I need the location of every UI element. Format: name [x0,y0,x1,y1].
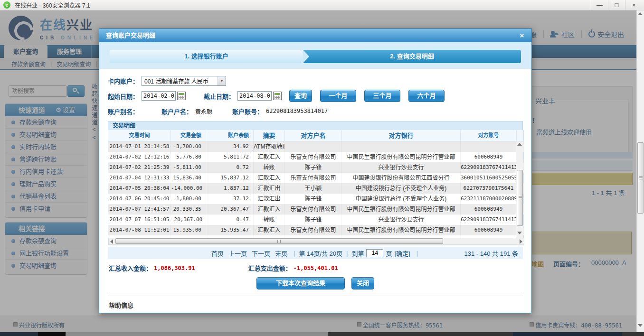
help-section-title: 帮助信息 [109,300,522,309]
cell: 600608949 [461,204,517,215]
cell: -14,000.00 [171,183,206,194]
page-link-下一页[interactable]: 下一页 [252,250,270,257]
window-scrollbar[interactable] [636,10,644,336]
table-row: 2014-07-07 12:41:5720,330.3520,367.47汇款汇… [108,204,524,215]
scroll-up-icon[interactable] [517,143,522,146]
table-hscrollbar-thumb[interactable] [115,238,443,244]
cell: 36001051160052505580 [461,173,517,183]
column-header-对方户名: 对方户名 [285,130,342,141]
calendar-icon[interactable] [273,92,282,100]
table-scrollbar-thumb[interactable] [517,170,523,226]
cell: 1,837.12 [206,183,254,194]
scroll-down-icon[interactable] [517,232,522,234]
cell: 600608949 [461,152,517,162]
cell: -5,811.00 [171,162,206,173]
range-button-六个月[interactable]: 六个月 [408,90,445,102]
cell: 汇款汇入 [254,225,285,235]
dialog-close-icon[interactable]: × [517,29,527,42]
page-link-首页[interactable]: 首页 [211,250,224,257]
cell: 2014-07-04 12:31:33 [108,173,171,183]
account-name-label: 账户户名： [161,107,192,116]
cell [461,141,517,152]
step-select-account[interactable]: 1. 选择银行账户 [110,50,303,63]
table-header-row: 交易时间交易金额账户余额摘要对方户名对方银行对方账号 [108,130,523,141]
scroll-right-icon[interactable] [520,239,522,244]
browser-icon: e [3,1,10,9]
cell: 转账 [254,215,285,225]
table-row: 2014-07-02 21:25:39-5,811.000.72转账陈子锋兴业银… [108,162,524,173]
cell: -20,367.00 [171,215,206,225]
cell: -1,800.00 [171,194,206,204]
card-account-select[interactable]: 001 活期储蓄存款 人民币 ▼ [142,76,226,86]
maximize-button[interactable]: □ [608,0,625,10]
column-header-交易时间: 交易时间 [108,130,171,141]
step-query-detail[interactable]: 2. 查询交易明细 [303,50,521,63]
range-button-三个月[interactable]: 三个月 [364,90,400,102]
column-header-摘要: 摘要 [254,130,285,141]
account-alias-label: 账户别名： [108,107,139,116]
table-body: 2014-07-01 20:14:58-3,700.0034.92ATM存取转账… [108,141,524,238]
cell [342,141,461,152]
cell: 兴业银行沙县支行 [342,215,461,225]
close-dialog-button[interactable]: 关闭 [351,277,374,289]
table-row: 2014-07-05 20:38:04-14,000.001,837.12汇款汇… [108,183,524,194]
cell: 乐富支付有限公司 [285,204,342,215]
goto-confirm-link[interactable]: [确定] [395,249,410,258]
end-date-input[interactable] [237,91,272,101]
cell: 2014-07-05 20:38:04 [108,183,171,194]
taskbar-sliver [0,332,644,336]
scroll-down-icon[interactable] [638,324,643,327]
transaction-detail-dialog: 查询账户交易明细 × 1. 选择银行账户 2. 查询交易明细 卡内账户： 001… [99,28,532,313]
cell: 陈子锋 [285,162,342,173]
cell: 2014-07-06 20:45:40 [108,194,171,204]
page-link-末页[interactable]: 末页 [275,250,287,257]
cell: 15,836.40 [171,173,206,183]
range-button-一个月[interactable]: 一个月 [320,90,356,102]
scroll-up-icon[interactable] [638,12,643,15]
table-row: 2014-07-02 12:12:165,776.805,811.72汇款汇入乐… [108,152,524,162]
total-expense-value: -1,055,401.01 [294,265,338,271]
scroll-left-icon[interactable] [110,239,113,244]
cell: 乐富支付有限公司 [285,173,342,183]
table-row: 2014-07-01 20:14:58-3,700.0034.92ATM存取转账 [108,141,524,152]
cell: 兴业银行沙县支行 [342,162,461,173]
calendar-icon[interactable] [177,92,186,100]
cell: 15,935.47 [206,225,254,235]
close-window-button[interactable]: × [625,0,642,10]
cell: 陈子锋 [285,194,342,204]
table-vertical-scrollbar[interactable] [516,141,523,238]
cell: 0.47 [206,215,254,225]
window-scrollbar-thumb[interactable] [637,142,644,214]
minimize-button[interactable]: — [591,0,608,10]
table-row: 2014-07-04 12:31:3315,836.4015,837.12汇款汇… [108,173,524,183]
browser-titlebar: e 在线兴业 - 360安全浏览器 7.1 — □ × [0,0,644,10]
cell: 2014-07-07 16:51:05 [108,215,171,225]
download-results-button[interactable]: 下载本次查询结果 [256,277,345,289]
table-horizontal-scrollbar[interactable] [108,238,524,245]
column-header-交易金额: 交易金额 [171,130,206,141]
cell: 中国建设银行总行 (不受理个人业务) [342,183,461,194]
cell: 汇款汇入 [254,173,285,183]
card-account-label: 卡内账户： [108,76,139,85]
cell: 汇款汇入 [254,204,285,215]
goto-label: 到第 [351,249,364,258]
cell: 6232111870000208897 [461,194,517,204]
column-header-对方账号: 对方账号 [461,130,517,141]
help-box: 可查询活期账户的交易明细记录 [109,313,522,313]
cell: 20,367.47 [206,204,254,215]
column-header-对方银行: 对方银行 [342,130,461,141]
query-button[interactable]: 查询 [289,90,312,102]
cell: 中国民生银行股份有限公司昆明分行营业部 [342,152,461,162]
cell: 622909183767411413 [461,162,517,173]
start-date-input[interactable] [142,91,176,101]
cell: 王小颖 [285,183,342,194]
cell: 2014-07-07 12:41:57 [108,204,171,215]
page-link-上一页[interactable]: 上一页 [228,250,247,257]
cell: 2014-07-08 11:52:01 [108,225,171,235]
cell: -3,700.00 [171,141,206,152]
cell: 中国建设银行总行 (不受理个人业务) [342,194,461,204]
goto-page-input[interactable] [366,249,383,257]
cell: 6227073790175641 [461,183,517,194]
pagination-bar: 首页上一页下一页末页 | 第 14页/共 20页 | 到第 页 [确定] | 1… [108,247,523,259]
cell: 2014-07-02 21:25:39 [108,162,171,173]
